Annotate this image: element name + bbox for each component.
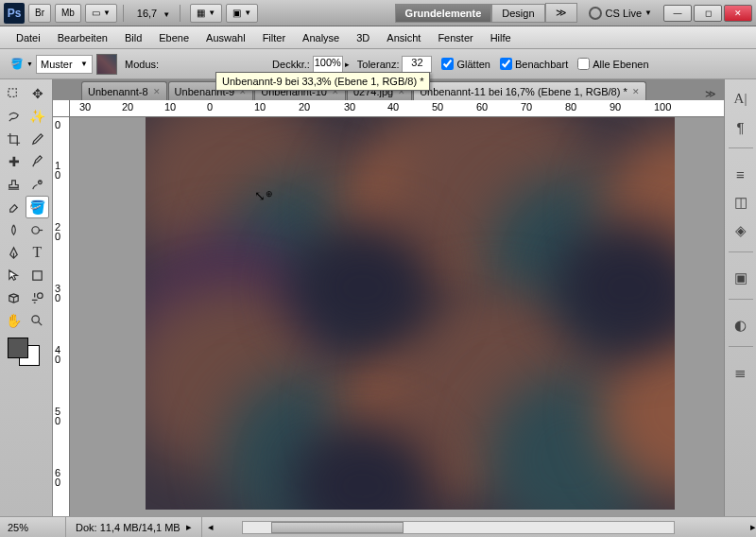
menu-auswahl[interactable]: Auswahl (198, 29, 254, 46)
move-arrow-tool[interactable]: ✥ (26, 82, 49, 105)
menubar: Datei Bearbeiten Bild Ebene Auswahl Filt… (0, 26, 756, 49)
crop-tool[interactable] (2, 128, 26, 150)
foreground-color[interactable] (8, 338, 28, 358)
path-select-tool[interactable] (2, 264, 26, 286)
history-brush-tool[interactable] (26, 173, 49, 196)
arrange-button[interactable]: ▦▼ (190, 4, 222, 23)
eyedropper-tool[interactable] (26, 128, 49, 150)
maximize-button[interactable]: ◻ (694, 5, 722, 22)
svg-point-3 (38, 292, 43, 298)
scroll-right-icon[interactable]: ▸ (750, 521, 756, 533)
styles-panel-icon[interactable]: ≣ (730, 361, 752, 384)
character-panel-icon[interactable]: A| (730, 87, 752, 110)
menu-filter[interactable]: Filter (254, 29, 294, 46)
menu-bearbeiten[interactable]: Bearbeiten (49, 29, 116, 46)
3d-tool[interactable] (2, 286, 26, 309)
adjust-panel-icon[interactable]: ◐ (730, 314, 752, 337)
zoom-display[interactable]: 16,7 ▼ (133, 8, 174, 19)
svg-point-1 (32, 226, 40, 234)
status-zoom[interactable]: 25% (0, 517, 66, 537)
ruler-vertical[interactable]: 0102030405060 (53, 117, 70, 516)
close-icon[interactable]: ✕ (153, 87, 161, 96)
ruler-origin[interactable] (53, 100, 70, 117)
brush-tool[interactable] (26, 150, 49, 173)
layout-button[interactable]: ▭▼ (85, 4, 117, 23)
benachbart-checkbox[interactable]: Benachbart (500, 58, 568, 70)
lasso-tool[interactable] (2, 105, 26, 128)
transform-panel-icon[interactable]: ▣ (730, 267, 752, 289)
glaetten-checkbox[interactable]: Glätten (441, 58, 490, 70)
document-area: Unbenannt-8✕ Unbenannt-9✕ Unbenannt-10✕ … (53, 79, 724, 516)
titlebar: Ps Br Mb ▭▼ 16,7 ▼ ▦▼ ▣▼ Grundelemente D… (0, 0, 756, 26)
move-tool[interactable] (2, 82, 26, 105)
menu-analyse[interactable]: Analyse (294, 29, 348, 46)
toleranz-label: Toleranz: (357, 59, 400, 70)
cslive-button[interactable]: CS Live▼ (589, 7, 652, 20)
eraser-tool[interactable] (2, 196, 26, 218)
doc-tab-active[interactable]: Unbenannt-11 bei 16,7% (Ebene 1, RGB/8) … (413, 81, 646, 100)
toleranz-input[interactable]: 32 (402, 56, 432, 73)
layers-panel-icon[interactable]: ◈ (730, 219, 752, 242)
cslive-icon (589, 7, 602, 20)
modus-label: Modus: (125, 59, 159, 70)
minibridge-button[interactable]: Mb (55, 4, 81, 23)
screen-mode-button[interactable]: ▣▼ (226, 4, 258, 23)
zoom-tool[interactable] (26, 309, 49, 332)
hand-tool[interactable]: ✋ (2, 309, 26, 332)
alle-ebenen-checkbox[interactable]: Alle Ebenen (577, 58, 648, 70)
deckkraft-input[interactable]: 100% (313, 56, 343, 73)
statusbar: 25% Dok: 11,4 MB/14,1 MB ▸ ◂ ▸ (0, 516, 756, 537)
type-tool[interactable]: T (26, 241, 49, 264)
blur-tool[interactable] (2, 218, 26, 241)
menu-ebene[interactable]: Ebene (150, 29, 198, 46)
menu-bild[interactable]: Bild (116, 29, 150, 46)
shape-tool[interactable] (26, 264, 49, 286)
scroll-left-icon[interactable]: ◂ (208, 521, 214, 533)
canvas-wrap: 3020100102030405060708090100 01020304050… (53, 100, 724, 516)
app-icon: Ps (4, 3, 25, 24)
pen-tool[interactable] (2, 241, 26, 264)
scrollbar-thumb[interactable] (271, 522, 404, 533)
menu-hilfe[interactable]: Hilfe (482, 29, 520, 46)
panel-dock: A| ¶ ≡ ◫ ◈ ▣ ◐ ≣ (724, 79, 756, 516)
status-docsize[interactable]: Dok: 11,4 MB/14,1 MB ▸ (66, 517, 202, 537)
svg-point-4 (32, 315, 40, 322)
ruler-horizontal[interactable]: 3020100102030405060708090100 (70, 100, 724, 117)
pathfinder-panel-icon[interactable]: ◫ (730, 191, 752, 214)
menu-fenster[interactable]: Fenster (429, 29, 481, 46)
color-swatches[interactable] (2, 338, 50, 366)
bucket-tool[interactable]: 🪣 (26, 196, 49, 218)
fill-mode-select[interactable]: Muster▼ (36, 55, 93, 74)
healing-tool[interactable]: ✚ (2, 150, 26, 173)
workspace-more[interactable]: ≫ (545, 3, 577, 23)
bridge-button[interactable]: Br (28, 4, 51, 23)
align-panel-icon[interactable]: ≡ (730, 163, 752, 185)
svg-rect-0 (9, 88, 16, 95)
deckkraft-label: Deckkr.: (272, 59, 310, 70)
options-bar: 🪣▼ Muster▼ Modus: Deckkr.: 100% ▸ Tolera… (0, 49, 756, 79)
close-icon[interactable]: ✕ (632, 87, 640, 96)
svg-rect-2 (33, 270, 42, 279)
minimize-button[interactable]: — (663, 5, 692, 22)
tab-tooltip: Unbenannt-9 bei 33,3% (Ebene 1, RGB/8) * (215, 72, 430, 91)
camera-tool[interactable] (26, 286, 49, 309)
menu-datei[interactable]: Datei (8, 29, 49, 46)
close-button[interactable]: ✕ (724, 5, 752, 22)
canvas[interactable] (146, 117, 675, 510)
tabs-overflow[interactable]: ≫ (697, 88, 724, 100)
scrollbar-horizontal[interactable] (242, 521, 675, 534)
workspace-grundelemente[interactable]: Grundelemente (395, 4, 492, 23)
dodge-tool[interactable] (26, 218, 49, 241)
toolbox: ✥ ✨ ✚ 🪣 T ✋ (0, 79, 53, 516)
magic-wand-tool[interactable]: ✨ (26, 105, 49, 128)
menu-ansicht[interactable]: Ansicht (378, 29, 429, 46)
menu-3d[interactable]: 3D (348, 29, 378, 46)
stamp-tool[interactable] (2, 173, 26, 196)
paragraph-panel-icon[interactable]: ¶ (730, 115, 752, 138)
workspace-design[interactable]: Design (491, 4, 544, 23)
canvas-viewport[interactable]: ⤡⊕ (70, 117, 724, 516)
deckkraft-arrow-icon[interactable]: ▸ (345, 60, 350, 69)
current-tool-icon[interactable]: 🪣▼ (8, 54, 36, 75)
doc-tab[interactable]: Unbenannt-8✕ (81, 81, 167, 100)
pattern-swatch[interactable] (96, 54, 117, 75)
